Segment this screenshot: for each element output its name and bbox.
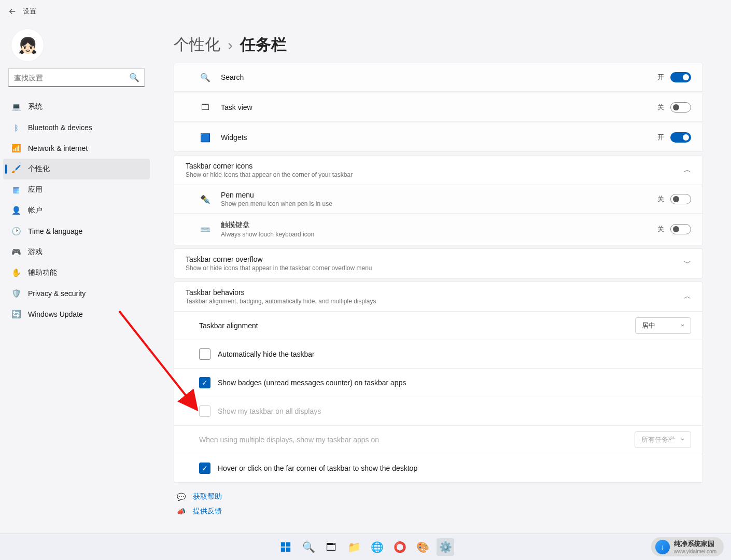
sidebar-item-2[interactable]: 📶Network & internet — [3, 138, 150, 159]
row-widgets: 🟦 Widgets 开 — [174, 123, 703, 152]
touch-sub: Always show touch keyboard icon — [221, 231, 314, 238]
checkbox-all-displays — [199, 405, 210, 417]
alignment-dropdown[interactable]: 居中 — [635, 317, 691, 334]
watermark-url: www.yidaimei.com — [674, 549, 716, 554]
get-help-label: 获取帮助 — [193, 492, 222, 501]
multi-display-label: When using multiple displays, show my ta… — [199, 436, 379, 444]
nav-icon: 🛡️ — [10, 289, 22, 298]
svg-rect-4 — [286, 548, 290, 552]
nav-icon: 💻 — [10, 102, 22, 111]
nav-icon: 👤 — [10, 206, 22, 215]
pen-label: Pen menu — [221, 191, 332, 199]
group-overflow[interactable]: Taskbar corner overflow Show or hide ico… — [174, 248, 703, 278]
feedback-link[interactable]: 📣 提供反馈 — [177, 507, 703, 516]
taskbar-chrome-icon[interactable]: ⭕ — [391, 538, 409, 556]
nav-label: Privacy & security — [28, 289, 86, 298]
overflow-sub: Show or hide icons that appear in the ta… — [186, 264, 684, 272]
sidebar-item-10[interactable]: 🔄Windows Update — [3, 304, 150, 325]
row-far-corner[interactable]: ✓ Hover or click on the far corner of ta… — [174, 454, 702, 482]
watermark-logo-icon: ↓ — [655, 540, 670, 554]
nav-label: 游戏 — [28, 247, 43, 257]
sidebar-item-1[interactable]: ᛒBluetooth & devices — [3, 117, 150, 138]
nav-label: Windows Update — [28, 310, 83, 318]
nav-icon: ᛒ — [10, 123, 22, 132]
group-behaviors[interactable]: Taskbar behaviors Taskbar alignment, bad… — [174, 282, 703, 312]
row-badges[interactable]: ✓ Show badges (unread messages counter) … — [174, 368, 702, 397]
sidebar-item-8[interactable]: ✋辅助功能 — [3, 262, 150, 283]
taskbar-chrome-colorful-icon[interactable]: 🌐 — [368, 538, 386, 556]
watermark: ↓ 纯净系统家园 www.yidaimei.com — [651, 537, 724, 556]
alignment-label: Taskbar alignment — [199, 321, 258, 330]
sidebar-item-6[interactable]: 🕑Time & language — [3, 221, 150, 242]
nav-icon: 🕑 — [10, 227, 22, 236]
overflow-title: Taskbar corner overflow — [186, 255, 684, 263]
nav-icon: 🔄 — [10, 310, 22, 319]
toggle-search[interactable] — [670, 72, 691, 82]
group-corner-icons[interactable]: Taskbar corner icons Show or hide icons … — [174, 155, 703, 185]
touch-label: 触摸键盘 — [221, 220, 314, 230]
taskbar-taskview-icon[interactable]: 🗔 — [322, 538, 340, 556]
nav-icon: 📶 — [10, 144, 22, 153]
toggle-pen[interactable] — [670, 194, 691, 204]
taskview-icon: 🗔 — [199, 103, 212, 112]
search-icon: 🔍 — [129, 73, 139, 82]
nav-icon: ▦ — [10, 185, 22, 194]
feedback-label: 提供反馈 — [193, 507, 222, 516]
behaviors-title: Taskbar behaviors — [186, 288, 684, 297]
row-taskview-label: Task view — [221, 103, 252, 111]
toggle-taskview[interactable] — [670, 102, 691, 113]
taskbar: 🔍 🗔 📁 🌐 ⭕ 🎨 ⚙️ — [0, 534, 731, 560]
row-pen-menu: ✒️ Pen menu Show pen menu icon when pen … — [174, 185, 702, 214]
autohide-label: Automatically hide the taskbar — [218, 350, 315, 358]
sidebar: 👧🏻 🔍 💻系统ᛒBluetooth & devices📶Network & i… — [0, 23, 156, 534]
multi-display-dropdown: 所有任务栏 — [635, 431, 691, 448]
nav-label: Bluetooth & devices — [28, 123, 92, 132]
breadcrumb-current: 任务栏 — [240, 34, 287, 55]
taskbar-search-icon[interactable]: 🔍 — [300, 538, 317, 556]
taskbar-settings-icon[interactable]: ⚙️ — [437, 538, 454, 556]
sidebar-item-3[interactable]: 🖌️个性化 — [3, 159, 150, 179]
row-widgets-label: Widgets — [221, 133, 247, 142]
get-help-link[interactable]: 💬 获取帮助 — [177, 492, 703, 501]
keyboard-icon: ⌨️ — [199, 225, 212, 234]
row-multi-display: When using multiple displays, show my ta… — [174, 425, 702, 454]
sidebar-item-7[interactable]: 🎮游戏 — [3, 242, 150, 262]
user-avatar[interactable]: 👧🏻 — [11, 29, 44, 61]
checkbox-autohide[interactable] — [199, 348, 210, 360]
row-autohide[interactable]: Automatically hide the taskbar — [174, 340, 702, 368]
svg-rect-1 — [281, 542, 285, 547]
toggle-widgets[interactable] — [670, 132, 691, 143]
start-button[interactable] — [277, 538, 294, 556]
back-button[interactable] — [5, 4, 20, 19]
badges-label: Show badges (unread messages counter) on… — [218, 379, 406, 387]
nav-label: 应用 — [28, 185, 43, 194]
breadcrumb-parent[interactable]: 个性化 — [174, 34, 220, 55]
breadcrumb: 个性化 › 任务栏 — [174, 34, 703, 55]
feedback-icon: 📣 — [177, 507, 186, 515]
pen-sub: Show pen menu icon when pen is in use — [221, 200, 332, 207]
row-touch-keyboard: ⌨️ 触摸键盘 Always show touch keyboard icon … — [174, 215, 702, 243]
nav-label: Time & language — [28, 227, 82, 235]
far-corner-label: Hover or click on the far corner of task… — [218, 464, 417, 472]
nav-label: 个性化 — [28, 164, 50, 174]
row-widgets-state: 开 — [657, 133, 664, 142]
sidebar-item-9[interactable]: 🛡️Privacy & security — [3, 283, 150, 304]
checkbox-far-corner[interactable]: ✓ — [199, 463, 210, 474]
sidebar-item-4[interactable]: ▦应用 — [3, 179, 150, 200]
help-icon: 💬 — [177, 493, 186, 501]
nav-icon: 🖌️ — [10, 164, 22, 174]
sidebar-item-5[interactable]: 👤帐户 — [3, 200, 150, 221]
taskbar-explorer-icon[interactable]: 📁 — [345, 538, 363, 556]
row-search-state: 开 — [657, 73, 664, 82]
search-input[interactable] — [8, 68, 145, 87]
toggle-touch[interactable] — [670, 224, 691, 234]
checkbox-badges[interactable]: ✓ — [199, 377, 210, 388]
widgets-icon: 🟦 — [199, 133, 212, 143]
row-all-displays: Show my taskbar on all displays — [174, 397, 702, 425]
nav-label: 系统 — [28, 102, 43, 111]
row-taskview: 🗔 Task view 关 — [174, 93, 703, 122]
search-box[interactable]: 🔍 — [8, 68, 145, 87]
sidebar-item-0[interactable]: 💻系统 — [3, 96, 150, 117]
pen-icon: ✒️ — [199, 194, 212, 204]
taskbar-paint-icon[interactable]: 🎨 — [414, 538, 431, 556]
